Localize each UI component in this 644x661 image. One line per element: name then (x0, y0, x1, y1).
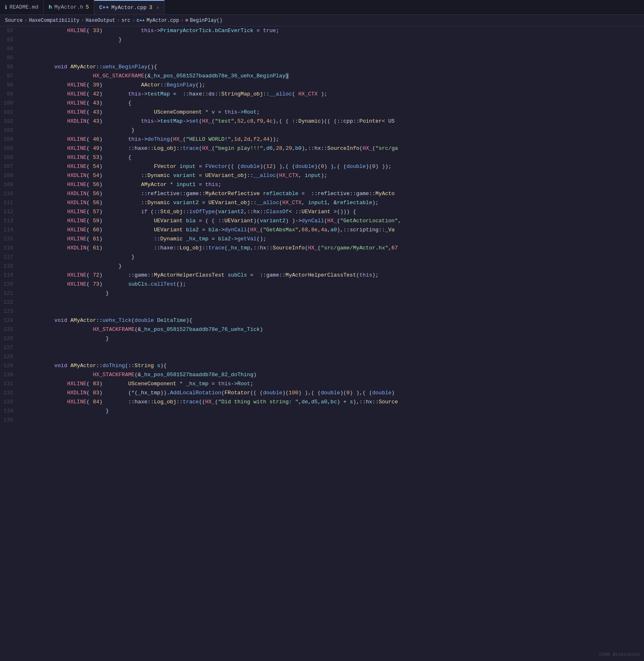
code-line-101: 101 HXLINE( 43) USceneComponent * v = th… (0, 108, 644, 117)
code-line-128: 128 (0, 352, 644, 361)
code-line-124: 124 void AMyActor::uehx_Tick(double Delt… (0, 316, 644, 325)
code-line-100: 100 HXLINE( 43) { (0, 99, 644, 108)
code-line-95: 95 (0, 54, 644, 63)
code-editor: 92 HXLINE( 33) this->PrimaryActorTick.bC… (0, 26, 644, 425)
code-line-94: 94 (0, 44, 644, 54)
code-line-110: 110 HXDLIN( 56) ::reflective::game::MyAc… (0, 189, 644, 198)
tab-label: README.md (9, 4, 38, 10)
code-line-109: 109 HXLINE( 56) AMyActor * input1 = this… (0, 180, 644, 189)
close-icon[interactable]: ✕ (156, 5, 159, 10)
code-line-130: 130 HX_STACKFRAME(&_hx_pos_0581527baaddb… (0, 370, 644, 379)
code-line-115: 115 HXLINE( 61) ::Dynamic _hx_tmp = bla2… (0, 235, 644, 244)
code-line-99: 99 HXLINE( 42) this->testMap = ::haxe::d… (0, 90, 644, 99)
tab-readme[interactable]: ℹ README.md (0, 0, 44, 14)
code-line-102: 102 HXDLIN( 43) this->testMap->set(HX_("… (0, 117, 644, 126)
code-line-98: 98 HXLINE( 39) AActor::BeginPlay(); (0, 81, 644, 90)
tab-badge: 5 (86, 4, 89, 10)
breadcrumb-func-icon: ⊙ (185, 17, 188, 23)
code-line-120: 120 HXLINE( 73) subCls.callTest(); (0, 280, 644, 289)
tab-label: MyActor.cpp (111, 5, 146, 11)
tab-label: MyActor.h (54, 4, 83, 10)
code-line-111: 111 HXDLIN( 56) ::Dynamic variant2 = UEV… (0, 198, 644, 207)
code-line-133: 133 HXLINE( 84) ::haxe::Log_obj::trace((… (0, 398, 644, 407)
code-line-127: 127 (0, 343, 644, 352)
code-line-122: 122 (0, 298, 644, 307)
code-line-132: 132 HXDLIN( 83) (*(_hx_tmp)).AddLocalRot… (0, 389, 644, 398)
tab-badge: 3 (149, 5, 152, 11)
code-line-93: 93 } (0, 35, 644, 44)
breadcrumb-source[interactable]: Source (5, 18, 23, 23)
code-line-92: 92 HXLINE( 33) this->PrimaryActorTick.bC… (0, 26, 644, 35)
cpp-icon: C++ (99, 5, 109, 11)
code-line-135: 135 (0, 416, 644, 425)
info-icon: ℹ (5, 4, 7, 11)
breadcrumb-haxecompat[interactable]: HaxeCompatibility (29, 18, 79, 23)
code-line-108: 108 HXDLIN( 54) ::Dynamic variant = UEVa… (0, 171, 644, 180)
code-line-113: 113 HXLINE( 59) UEVariant bla = ( ( ::UE… (0, 216, 644, 226)
code-line-107: 107 HXLINE( 54) FVector input = FVector(… (0, 162, 644, 171)
tab-myactor-h[interactable]: h MyActor.h 5 (44, 0, 94, 14)
code-line-123: 123 (0, 307, 644, 316)
code-line-119: 119 HXLINE( 72) ::game::MyActorHelperCla… (0, 271, 644, 280)
code-line-97: 97 HX_GC_STACKFRAME(&_hx_pos_0581527baad… (0, 72, 644, 81)
code-line-131: 131 HXLINE( 83) USceneComponent * _hx_tm… (0, 379, 644, 389)
code-line-104: 104 HXLINE( 46) this->doThing(HX_("HELLO… (0, 135, 644, 144)
code-line-106: 106 HXLINE( 53) { (0, 153, 644, 162)
watermark: CSDN @zoloypzuo (599, 652, 640, 657)
tab-myactor-cpp[interactable]: C++ MyActor.cpp 3 ✕ (94, 0, 165, 14)
breadcrumb: Source › HaxeCompatibility › HaxeOutput … (0, 15, 644, 26)
code-line-118: 118 } (0, 262, 644, 271)
code-line-96: 96 void AMyActor::uehx_BeginPlay(){ (0, 63, 644, 72)
code-line-117: 117 } (0, 253, 644, 262)
code-line-121: 121 } (0, 289, 644, 298)
tab-bar: ℹ README.md h MyActor.h 5 C++ MyActor.cp… (0, 0, 644, 15)
h-icon: h (49, 4, 52, 10)
code-line-112: 112 HXLINE( 57) if (::Std_obj::isOfType(… (0, 207, 644, 216)
breadcrumb-file[interactable]: MyActor.cpp (146, 18, 179, 23)
code-line-105: 105 HXLINE( 49) ::haxe::Log_obj::trace(H… (0, 144, 644, 153)
code-line-116: 116 HXDLIN( 61) ::haxe::Log_obj::trace(_… (0, 244, 644, 253)
code-line-129: 129 void AMyActor::doThing(::String s){ (0, 361, 644, 370)
breadcrumb-src[interactable]: src (121, 18, 130, 23)
code-line-125: 125 HX_STACKFRAME(&_hx_pos_0581527baaddb… (0, 325, 644, 334)
breadcrumb-cpp-icon: C++ (137, 18, 145, 23)
breadcrumb-func[interactable]: BeginPlay() (190, 18, 223, 23)
breadcrumb-haxeoutput[interactable]: HaxeOutput (86, 18, 115, 23)
code-line-103: 103 } (0, 126, 644, 135)
code-line-114: 114 HXLINE( 60) UEVariant bla2 = bla->dy… (0, 226, 644, 235)
code-line-134: 134 } (0, 407, 644, 416)
code-line-126: 126 } (0, 334, 644, 343)
